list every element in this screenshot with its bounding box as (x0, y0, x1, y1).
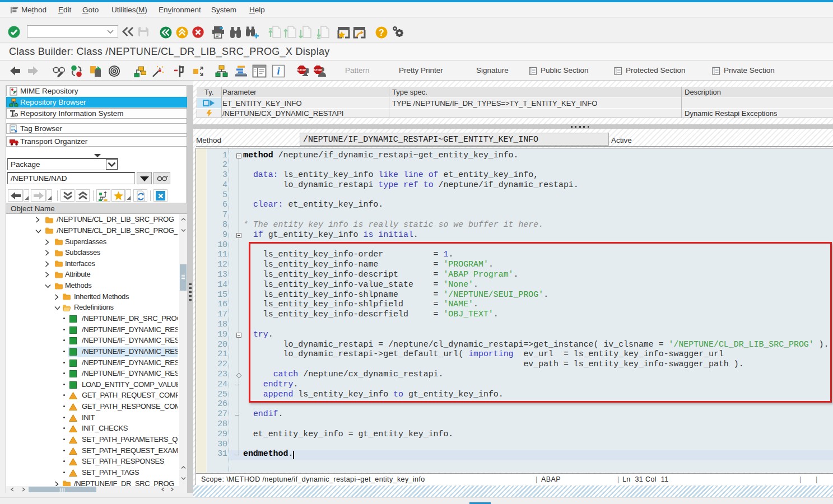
svg-text:i: i (277, 66, 280, 77)
svg-text:STOP: STOP (297, 68, 306, 72)
svg-text:STOP: STOP (314, 68, 322, 72)
svg-text:?: ? (379, 28, 384, 38)
